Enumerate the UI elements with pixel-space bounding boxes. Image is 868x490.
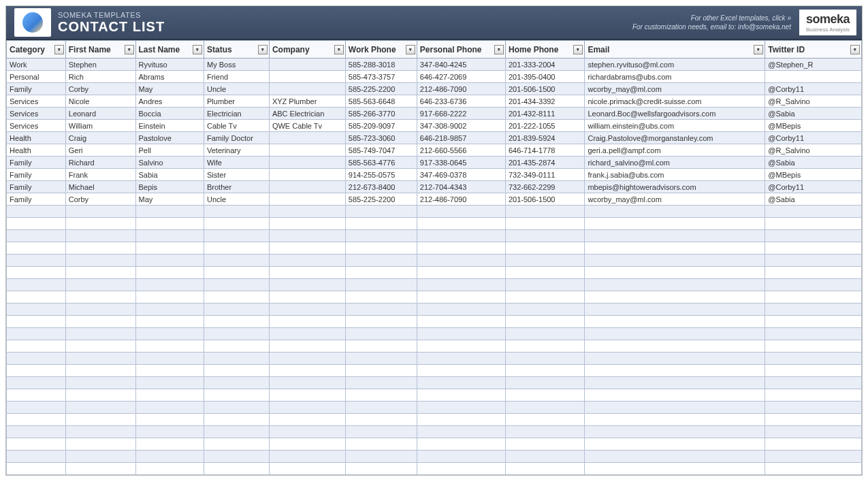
cell-empty[interactable] (269, 414, 345, 426)
cell-twitter[interactable]: @Corby11 (765, 132, 862, 144)
cell-empty[interactable] (65, 242, 135, 255)
cell-personal_phone[interactable]: 917-338-0645 (417, 157, 505, 169)
table-row[interactable]: HealthGeriPellVeterinary585-749-7047212-… (7, 144, 862, 157)
cell-empty[interactable] (345, 365, 417, 377)
cell-empty[interactable] (135, 230, 204, 242)
cell-empty[interactable] (7, 267, 66, 279)
cell-empty[interactable] (65, 291, 135, 304)
cell-empty[interactable] (135, 463, 204, 475)
table-row[interactable]: PersonalRichAbramsFriend585-473-3757646-… (7, 71, 862, 83)
cell-company[interactable] (269, 83, 345, 95)
cell-empty[interactable] (345, 402, 417, 414)
cell-personal_phone[interactable]: 212-704-4343 (417, 181, 505, 193)
cell-empty[interactable] (505, 451, 584, 463)
column-header-home_phone[interactable]: Home Phone▾ (505, 41, 584, 59)
cell-empty[interactable] (505, 402, 584, 414)
cell-status[interactable]: Uncle (204, 193, 269, 206)
cell-empty[interactable] (204, 255, 269, 267)
cell-empty[interactable] (585, 377, 765, 389)
table-row[interactable]: ServicesLeonardBocciaElectricianABC Elec… (7, 108, 862, 120)
cell-empty[interactable] (345, 230, 417, 242)
cell-empty[interactable] (505, 414, 584, 426)
cell-empty[interactable] (269, 316, 345, 328)
cell-empty[interactable] (269, 389, 345, 402)
cell-empty[interactable] (65, 279, 135, 291)
cell-empty[interactable] (585, 279, 765, 291)
cell-empty[interactable] (585, 291, 765, 304)
cell-empty[interactable] (204, 267, 269, 279)
cell-empty[interactable] (7, 389, 66, 402)
cell-empty[interactable] (765, 255, 862, 267)
table-row-empty[interactable] (7, 377, 862, 389)
filter-dropdown-icon[interactable]: ▾ (850, 45, 860, 54)
cell-empty[interactable] (505, 389, 584, 402)
cell-empty[interactable] (417, 206, 505, 218)
cell-category[interactable]: Work (7, 59, 66, 71)
cell-empty[interactable] (7, 426, 66, 438)
cell-work_phone[interactable]: 585-563-6648 (345, 95, 417, 108)
cell-empty[interactable] (65, 230, 135, 242)
cell-company[interactable] (269, 144, 345, 157)
cell-status[interactable]: Brother (204, 181, 269, 193)
cell-twitter[interactable]: @MBepis (765, 169, 862, 181)
cell-empty[interactable] (135, 279, 204, 291)
cell-empty[interactable] (7, 402, 66, 414)
cell-empty[interactable] (7, 242, 66, 255)
cell-empty[interactable] (135, 389, 204, 402)
cell-empty[interactable] (505, 365, 584, 377)
cell-empty[interactable] (269, 340, 345, 353)
cell-empty[interactable] (505, 377, 584, 389)
cell-twitter[interactable]: @R_Salvino (765, 144, 862, 157)
cell-empty[interactable] (204, 426, 269, 438)
column-header-status[interactable]: Status▾ (204, 41, 269, 59)
cell-empty[interactable] (135, 304, 204, 316)
cell-company[interactable] (269, 71, 345, 83)
cell-empty[interactable] (7, 438, 66, 451)
cell-empty[interactable] (65, 414, 135, 426)
cell-last_name[interactable]: Pell (135, 144, 204, 157)
filter-dropdown-icon[interactable]: ▾ (573, 45, 583, 54)
cell-empty[interactable] (204, 451, 269, 463)
cell-empty[interactable] (204, 206, 269, 218)
cell-empty[interactable] (417, 426, 505, 438)
cell-work_phone[interactable]: 914-255-0575 (345, 169, 417, 181)
cell-empty[interactable] (765, 279, 862, 291)
cell-empty[interactable] (345, 316, 417, 328)
cell-empty[interactable] (345, 291, 417, 304)
cell-empty[interactable] (135, 426, 204, 438)
cell-empty[interactable] (135, 206, 204, 218)
cell-empty[interactable] (204, 353, 269, 365)
cell-empty[interactable] (65, 316, 135, 328)
table-row-empty[interactable] (7, 218, 862, 230)
cell-empty[interactable] (135, 402, 204, 414)
cell-work_phone[interactable]: 585-563-4776 (345, 157, 417, 169)
cell-personal_phone[interactable]: 212-486-7090 (417, 193, 505, 206)
cell-empty[interactable] (204, 389, 269, 402)
cell-empty[interactable] (765, 242, 862, 255)
cell-empty[interactable] (505, 242, 584, 255)
table-row-empty[interactable] (7, 328, 862, 340)
cell-empty[interactable] (765, 267, 862, 279)
table-row-empty[interactable] (7, 340, 862, 353)
table-row-empty[interactable] (7, 230, 862, 242)
filter-dropdown-icon[interactable]: ▾ (406, 45, 415, 54)
cell-empty[interactable] (204, 218, 269, 230)
cell-company[interactable] (269, 59, 345, 71)
cell-email[interactable]: frank.j.sabia@ubs.com (585, 169, 765, 181)
cell-company[interactable] (269, 157, 345, 169)
cell-empty[interactable] (345, 353, 417, 365)
table-row-empty[interactable] (7, 316, 862, 328)
cell-empty[interactable] (585, 230, 765, 242)
table-row-empty[interactable] (7, 304, 862, 316)
cell-work_phone[interactable]: 585-225-2200 (345, 193, 417, 206)
cell-empty[interactable] (585, 365, 765, 377)
cell-empty[interactable] (65, 389, 135, 402)
cell-personal_phone[interactable]: 646-233-6736 (417, 95, 505, 108)
cell-empty[interactable] (269, 206, 345, 218)
cell-twitter[interactable]: @Corby11 (765, 83, 862, 95)
cell-empty[interactable] (765, 451, 862, 463)
cell-empty[interactable] (7, 340, 66, 353)
cell-empty[interactable] (135, 377, 204, 389)
column-header-last_name[interactable]: Last Name▾ (135, 41, 204, 59)
table-row[interactable]: HealthCraigPastoloveFamily Doctor585-723… (7, 132, 862, 144)
